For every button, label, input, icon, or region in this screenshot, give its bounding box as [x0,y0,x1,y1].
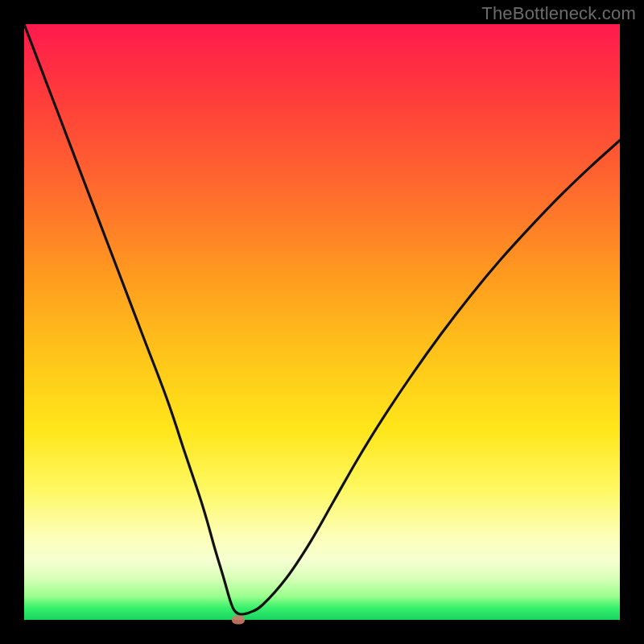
bottleneck-curve [24,24,620,620]
curve-path [24,24,620,614]
watermark-text: TheBottleneck.com [481,3,636,24]
optimal-point-marker [232,616,245,625]
plot-area [24,24,620,620]
chart-container: TheBottleneck.com [0,0,644,644]
